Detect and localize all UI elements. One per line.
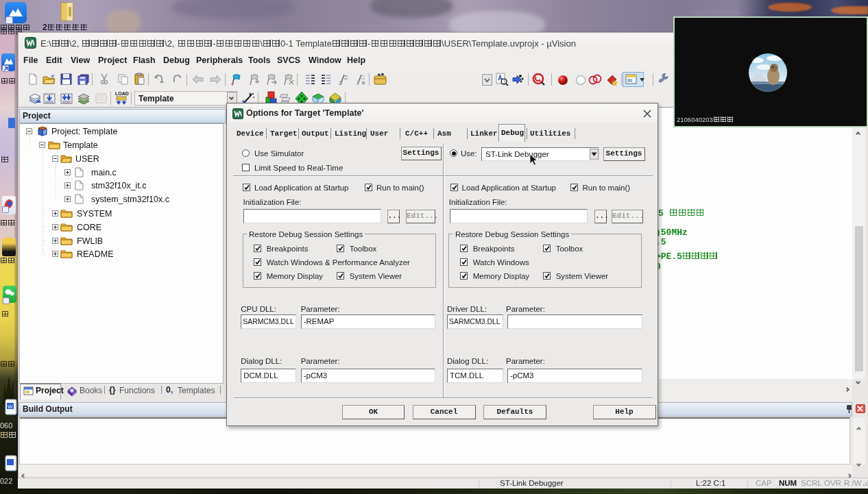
svg-text:W: W xyxy=(8,404,13,410)
svg-text:LOAD: LOAD xyxy=(115,91,129,96)
